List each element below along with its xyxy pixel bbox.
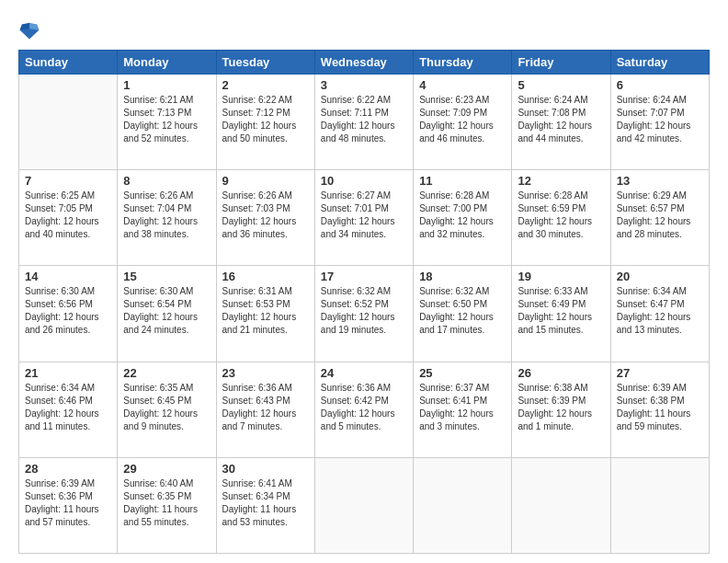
day-number: 3 (321, 78, 407, 92)
logo-icon (18, 18, 40, 40)
week-row-5: 28Sunrise: 6:39 AM Sunset: 6:36 PM Dayli… (19, 457, 710, 553)
day-info: Sunrise: 6:36 AM Sunset: 6:43 PM Dayligh… (222, 382, 309, 433)
day-number: 18 (419, 270, 506, 283)
calendar-cell (19, 75, 118, 170)
calendar-cell: 20Sunrise: 6:34 AM Sunset: 6:47 PM Dayli… (610, 266, 709, 362)
calendar-cell: 22Sunrise: 6:35 AM Sunset: 6:45 PM Dayli… (118, 362, 216, 457)
day-info: Sunrise: 6:30 AM Sunset: 6:54 PM Dayligh… (123, 285, 210, 337)
day-info: Sunrise: 6:39 AM Sunset: 6:38 PM Dayligh… (617, 382, 703, 433)
day-info: Sunrise: 6:26 AM Sunset: 7:03 PM Dayligh… (222, 190, 309, 241)
week-row-2: 7Sunrise: 6:25 AM Sunset: 7:05 PM Daylig… (19, 170, 710, 266)
day-number: 8 (123, 174, 210, 188)
calendar-cell (610, 457, 709, 553)
calendar-cell: 14Sunrise: 6:30 AM Sunset: 6:56 PM Dayli… (19, 266, 118, 362)
calendar-cell: 6Sunrise: 6:24 AM Sunset: 7:07 PM Daylig… (610, 75, 709, 170)
calendar-cell: 4Sunrise: 6:23 AM Sunset: 7:09 PM Daylig… (414, 75, 512, 170)
day-number: 22 (123, 366, 210, 380)
calendar-cell: 26Sunrise: 6:38 AM Sunset: 6:39 PM Dayli… (512, 362, 610, 457)
day-info: Sunrise: 6:32 AM Sunset: 6:52 PM Dayligh… (321, 285, 407, 337)
calendar-cell: 13Sunrise: 6:29 AM Sunset: 6:57 PM Dayli… (610, 170, 709, 266)
calendar-cell (512, 457, 610, 553)
day-info: Sunrise: 6:27 AM Sunset: 7:01 PM Dayligh… (321, 190, 407, 241)
calendar-cell (414, 457, 512, 553)
week-row-4: 21Sunrise: 6:34 AM Sunset: 6:46 PM Dayli… (19, 362, 710, 457)
day-number: 6 (617, 78, 703, 92)
day-info: Sunrise: 6:23 AM Sunset: 7:09 PM Dayligh… (419, 94, 506, 145)
header-row: SundayMondayTuesdayWednesdayThursdayFrid… (19, 51, 710, 75)
day-number: 7 (25, 174, 111, 188)
col-header-monday: Monday (118, 51, 216, 75)
day-number: 30 (222, 462, 309, 476)
day-info: Sunrise: 6:25 AM Sunset: 7:05 PM Dayligh… (25, 190, 111, 241)
day-number: 15 (123, 270, 210, 283)
col-header-wednesday: Wednesday (314, 51, 413, 75)
col-header-friday: Friday (512, 51, 610, 75)
day-number: 13 (617, 174, 703, 188)
day-number: 11 (419, 174, 506, 188)
day-number: 26 (518, 366, 604, 380)
day-number: 2 (222, 78, 309, 92)
day-number: 17 (321, 270, 407, 283)
calendar-cell (314, 457, 413, 553)
day-number: 20 (617, 270, 703, 283)
calendar-cell: 12Sunrise: 6:28 AM Sunset: 6:59 PM Dayli… (512, 170, 610, 266)
col-header-tuesday: Tuesday (216, 51, 314, 75)
day-number: 16 (222, 270, 309, 283)
day-info: Sunrise: 6:31 AM Sunset: 6:53 PM Dayligh… (222, 285, 309, 337)
day-info: Sunrise: 6:41 AM Sunset: 6:34 PM Dayligh… (222, 477, 309, 529)
day-info: Sunrise: 6:29 AM Sunset: 6:57 PM Dayligh… (617, 190, 703, 241)
calendar-cell: 11Sunrise: 6:28 AM Sunset: 7:00 PM Dayli… (414, 170, 512, 266)
calendar-table: SundayMondayTuesdayWednesdayThursdayFrid… (18, 50, 710, 554)
calendar-cell: 18Sunrise: 6:32 AM Sunset: 6:50 PM Dayli… (414, 266, 512, 362)
calendar-cell: 7Sunrise: 6:25 AM Sunset: 7:05 PM Daylig… (19, 170, 118, 266)
calendar-cell: 24Sunrise: 6:36 AM Sunset: 6:42 PM Dayli… (314, 362, 413, 457)
day-info: Sunrise: 6:33 AM Sunset: 6:49 PM Dayligh… (518, 285, 604, 337)
calendar-cell: 2Sunrise: 6:22 AM Sunset: 7:12 PM Daylig… (216, 75, 314, 170)
day-number: 25 (419, 366, 506, 380)
day-info: Sunrise: 6:28 AM Sunset: 7:00 PM Dayligh… (419, 190, 506, 241)
day-info: Sunrise: 6:21 AM Sunset: 7:13 PM Dayligh… (123, 94, 210, 145)
day-number: 10 (321, 174, 407, 188)
day-info: Sunrise: 6:22 AM Sunset: 7:12 PM Dayligh… (222, 94, 309, 145)
day-info: Sunrise: 6:24 AM Sunset: 7:07 PM Dayligh… (617, 94, 703, 145)
day-number: 29 (123, 462, 210, 476)
day-number: 4 (419, 78, 506, 92)
calendar-cell: 17Sunrise: 6:32 AM Sunset: 6:52 PM Dayli… (314, 266, 413, 362)
calendar-cell: 8Sunrise: 6:26 AM Sunset: 7:04 PM Daylig… (118, 170, 216, 266)
calendar-cell: 15Sunrise: 6:30 AM Sunset: 6:54 PM Dayli… (118, 266, 216, 362)
day-info: Sunrise: 6:35 AM Sunset: 6:45 PM Dayligh… (123, 382, 210, 433)
day-info: Sunrise: 6:28 AM Sunset: 6:59 PM Dayligh… (518, 190, 604, 241)
day-number: 14 (25, 270, 111, 283)
col-header-thursday: Thursday (414, 51, 512, 75)
calendar-cell: 1Sunrise: 6:21 AM Sunset: 7:13 PM Daylig… (118, 75, 216, 170)
day-info: Sunrise: 6:40 AM Sunset: 6:35 PM Dayligh… (123, 477, 210, 529)
calendar-cell: 10Sunrise: 6:27 AM Sunset: 7:01 PM Dayli… (314, 170, 413, 266)
day-info: Sunrise: 6:22 AM Sunset: 7:11 PM Dayligh… (321, 94, 407, 145)
day-info: Sunrise: 6:34 AM Sunset: 6:46 PM Dayligh… (25, 382, 111, 433)
day-info: Sunrise: 6:37 AM Sunset: 6:41 PM Dayligh… (419, 382, 506, 433)
day-number: 21 (25, 366, 111, 380)
calendar-cell: 28Sunrise: 6:39 AM Sunset: 6:36 PM Dayli… (19, 457, 118, 553)
day-info: Sunrise: 6:36 AM Sunset: 6:42 PM Dayligh… (321, 382, 407, 433)
calendar-cell: 5Sunrise: 6:24 AM Sunset: 7:08 PM Daylig… (512, 75, 610, 170)
day-number: 23 (222, 366, 309, 380)
logo (18, 17, 43, 40)
day-info: Sunrise: 6:26 AM Sunset: 7:04 PM Dayligh… (123, 190, 210, 241)
day-number: 19 (518, 270, 604, 283)
week-row-3: 14Sunrise: 6:30 AM Sunset: 6:56 PM Dayli… (19, 266, 710, 362)
col-header-saturday: Saturday (610, 51, 709, 75)
calendar-cell: 16Sunrise: 6:31 AM Sunset: 6:53 PM Dayli… (216, 266, 314, 362)
calendar-cell: 9Sunrise: 6:26 AM Sunset: 7:03 PM Daylig… (216, 170, 314, 266)
day-number: 1 (123, 78, 210, 92)
header (18, 17, 710, 40)
day-number: 28 (25, 462, 111, 476)
calendar-cell: 3Sunrise: 6:22 AM Sunset: 7:11 PM Daylig… (314, 75, 413, 170)
day-info: Sunrise: 6:38 AM Sunset: 6:39 PM Dayligh… (518, 382, 604, 433)
calendar-cell: 23Sunrise: 6:36 AM Sunset: 6:43 PM Dayli… (216, 362, 314, 457)
calendar-cell: 25Sunrise: 6:37 AM Sunset: 6:41 PM Dayli… (414, 362, 512, 457)
col-header-sunday: Sunday (19, 51, 118, 75)
calendar-cell: 27Sunrise: 6:39 AM Sunset: 6:38 PM Dayli… (610, 362, 709, 457)
day-info: Sunrise: 6:30 AM Sunset: 6:56 PM Dayligh… (25, 285, 111, 337)
day-number: 9 (222, 174, 309, 188)
day-number: 24 (321, 366, 407, 380)
